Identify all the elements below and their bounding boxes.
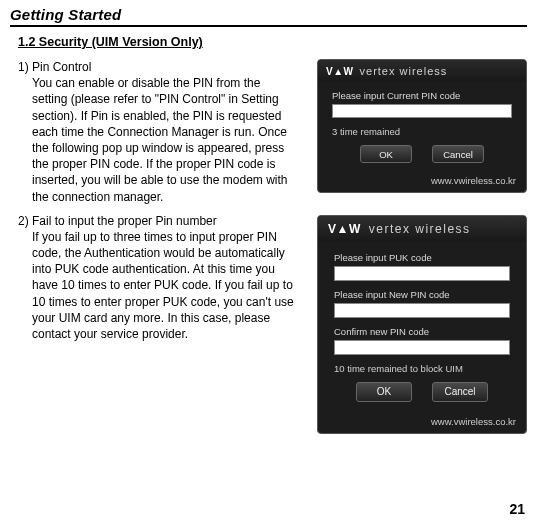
dialog-url: www.vwireless.co.kr xyxy=(318,416,526,433)
brand-text: vertex wireless xyxy=(369,222,471,236)
item2-body: If you fail up to three times to input p… xyxy=(32,229,297,342)
cancel-button[interactable]: Cancel xyxy=(432,382,488,402)
puk-dialog: V▲W vertex wireless Please input PUK cod… xyxy=(317,215,527,434)
pin-remain: 3 time remained xyxy=(332,126,512,137)
brand-logo: V▲W xyxy=(326,66,354,77)
cancel-button[interactable]: Cancel xyxy=(432,145,484,163)
item1-lead: 1) Pin Control xyxy=(18,59,297,75)
dialog-url: www.vwireless.co.kr xyxy=(318,175,526,192)
divider xyxy=(10,25,527,27)
ok-button[interactable]: OK xyxy=(356,382,412,402)
item1-body: You can enable or disable the PIN from t… xyxy=(32,75,297,205)
puk-label: Please input PUK code xyxy=(334,252,510,263)
brand-text: vertex wireless xyxy=(360,65,448,77)
pin-input[interactable] xyxy=(332,104,512,118)
section-heading: 1.2 Security (UIM Version Only) xyxy=(18,35,527,49)
pin-dialog: V▲W vertex wireless Please input Current… xyxy=(317,59,527,193)
confirm-input[interactable] xyxy=(334,340,510,355)
puk-input[interactable] xyxy=(334,266,510,281)
chapter-heading: Getting Started xyxy=(10,6,527,23)
page-number: 21 xyxy=(509,501,525,517)
newpin-input[interactable] xyxy=(334,303,510,318)
newpin-label: Please input New PIN code xyxy=(334,289,510,300)
dialog-titlebar: V▲W vertex wireless xyxy=(318,216,526,242)
pin-label: Please input Current PIN code xyxy=(332,90,512,101)
dialog-titlebar: V▲W vertex wireless xyxy=(318,60,526,82)
item2-lead: 2) Fail to input the proper Pin number xyxy=(18,213,297,229)
confirm-label: Confirm new PIN code xyxy=(334,326,510,337)
brand-logo: V▲W xyxy=(328,222,361,236)
puk-remain: 10 time remained to block UIM xyxy=(334,363,510,374)
ok-button[interactable]: OK xyxy=(360,145,412,163)
